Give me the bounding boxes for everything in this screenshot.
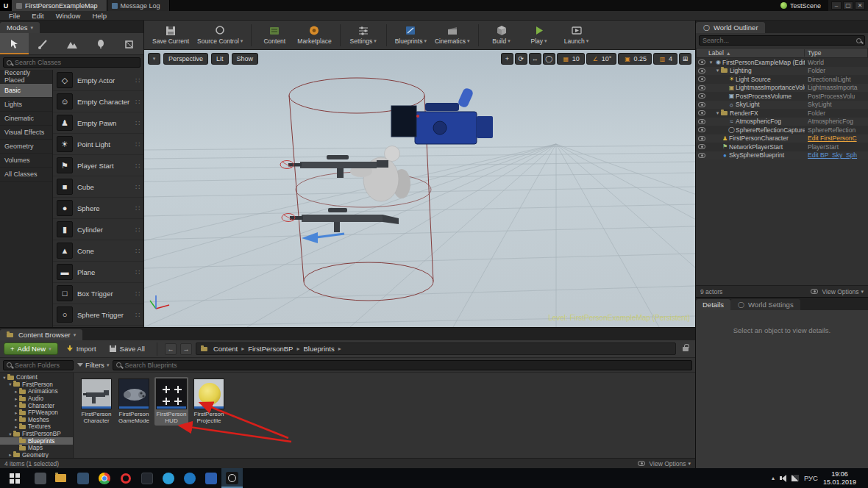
world-settings-tab[interactable]: ◯ World Settings [730, 299, 800, 310]
blueprints-button[interactable]: Blueprints▾ [391, 22, 430, 49]
place-item-box-trigger[interactable]: □Box Trigger∷ [53, 283, 143, 304]
place-item-sphere-trigger[interactable]: ○Sphere Trigger∷ [53, 304, 143, 326]
assets-search-box[interactable] [113, 360, 692, 370]
build-button[interactable]: Build▾ [483, 22, 520, 49]
place-item-sphere[interactable]: ●Sphere∷ [53, 198, 143, 219]
folders-search-input[interactable] [15, 362, 70, 369]
tree-item-textures[interactable]: ▸Textures [0, 423, 73, 431]
category-visual-effects[interactable]: Visual Effects [0, 126, 52, 140]
maximize-viewport-button[interactable]: ⊞ [679, 53, 691, 65]
category-lights[interactable]: Lights [0, 98, 52, 112]
outliner-row-skysphere-blueprint[interactable]: ●SkySphereBlueprintEdit BP_Sky_Sph [696, 151, 868, 160]
visibility-eye-icon[interactable] [698, 76, 705, 82]
visibility-eye-icon[interactable] [698, 119, 705, 124]
taskbar-app-telegram[interactable] [157, 468, 179, 488]
category-recently-placed[interactable]: Recently Placed [0, 70, 52, 84]
crumb-firstpersonbp[interactable]: FirstPersonBP [248, 345, 293, 353]
folders-search-box[interactable] [3, 360, 74, 370]
place-item-empty-character[interactable]: ☺Empty Character∷ [53, 91, 143, 112]
tree-item-firstperson[interactable]: ▾FirstPerson [0, 381, 73, 389]
taskbar-app-3[interactable] [136, 468, 157, 488]
visibility-eye-icon[interactable] [698, 110, 705, 115]
content-button[interactable]: Content [256, 22, 293, 49]
visibility-eye-icon[interactable] [698, 153, 705, 158]
taskbar-app-explorer[interactable] [51, 468, 72, 488]
outliner-row-lightmass-volume[interactable]: ▣LightmassImportanceVolumeLightmassImpor… [696, 84, 868, 93]
settings-button[interactable]: Settings▾ [345, 22, 382, 49]
column-label[interactable]: Label▲ [697, 49, 804, 57]
tree-item-audio[interactable]: ▸Audio [0, 395, 73, 403]
minimize-button[interactable]: – [831, 1, 842, 10]
tree-item-meshes[interactable]: ▸Meshes [0, 417, 73, 424]
show-flags-button[interactable]: Show [232, 53, 259, 65]
edit-blueprint-link[interactable]: Edit BP_Sky_Sph [805, 151, 868, 159]
scale-snap-button[interactable]: ▣0.25 [618, 53, 652, 65]
taskbar-app-2[interactable] [72, 468, 93, 488]
outliner-search-input[interactable] [702, 37, 853, 44]
save-current-button[interactable]: Save Current [149, 22, 193, 49]
tree-item-blueprints[interactable]: Blueprints [0, 437, 73, 445]
play-button[interactable]: Play▾ [521, 22, 558, 49]
visibility-eye-icon[interactable] [698, 136, 705, 141]
outliner-row-atmosphericfog[interactable]: ≈AtmosphericFogAtmosphericFog [696, 118, 868, 126]
taskbar-app-chrome[interactable] [93, 468, 115, 488]
asset-firstperson-hud[interactable]: FirstPerson HUD [154, 377, 188, 426]
outliner-row-lighting[interactable]: ▾LightingFolder [696, 67, 868, 76]
cinematics-button[interactable]: Cinematics▾ [431, 22, 474, 49]
outliner-row-reflection-capture[interactable]: ◯SphereReflectionCaptureSphereReflection [696, 126, 868, 134]
taskbar-app-unreal[interactable] [221, 468, 243, 488]
outliner-row-postprocess-volume[interactable]: ▣PostProcessVolumePostProcessVolu [696, 92, 868, 101]
visibility-eye-icon[interactable] [698, 102, 705, 107]
menu-window[interactable]: Window [50, 11, 87, 20]
asset-firstperson-character[interactable]: FirstPerson Character [79, 377, 113, 426]
mode-geometry-button[interactable] [115, 33, 143, 54]
camera-speed-button[interactable]: ▥4 [653, 53, 677, 65]
column-type[interactable]: Type [804, 49, 867, 57]
place-item-cube[interactable]: ■Cube∷ [53, 176, 143, 198]
grid-snap-button[interactable]: ▦10 [557, 53, 585, 65]
forward-button[interactable]: → [180, 343, 192, 355]
modes-tab[interactable]: Modes ▾ [0, 22, 40, 33]
place-item-cylinder[interactable]: ▮Cylinder∷ [53, 219, 143, 240]
place-item-plane[interactable]: ▬Plane∷ [53, 262, 143, 283]
volume-icon[interactable] [780, 475, 786, 482]
mode-place-button[interactable] [0, 33, 29, 54]
taskbar-app-4[interactable] [200, 468, 221, 488]
taskbar-app-1[interactable] [29, 468, 51, 488]
tree-item-content[interactable]: ▾Content [0, 374, 73, 381]
language-indicator[interactable]: РУС [804, 474, 818, 482]
place-item-empty-pawn[interactable]: ♟Empty Pawn∷ [53, 112, 143, 134]
visibility-eye-icon[interactable] [698, 85, 705, 90]
mode-paint-button[interactable] [29, 33, 57, 54]
marketplace-button[interactable]: Marketplace [294, 22, 335, 49]
outliner-view-options-button[interactable]: View Options ▾ [808, 288, 864, 295]
outliner-row-network-playerstart[interactable]: ⚑NetworkPlayerStartPlayerStart [696, 143, 868, 151]
launch-button[interactable]: Launch▾ [558, 22, 595, 49]
save-all-button[interactable]: Save All [104, 342, 149, 355]
close-button[interactable]: ✕ [855, 1, 865, 10]
tree-item-maps[interactable]: Maps [0, 445, 73, 452]
place-item-empty-actor[interactable]: ◇Empty Actor∷ [53, 70, 143, 91]
filters-button[interactable]: Filters ▾ [77, 361, 109, 369]
lock-icon[interactable] [683, 347, 689, 351]
mode-foliage-button[interactable] [86, 33, 115, 54]
menu-help[interactable]: Help [86, 11, 113, 20]
category-all-classes[interactable]: All Classes [0, 168, 52, 182]
tree-item-animations[interactable]: ▸Animations [0, 388, 73, 395]
back-button[interactable]: ← [165, 343, 177, 355]
outliner-row-renderfx[interactable]: ▾RenderFXFolder [696, 109, 868, 118]
visibility-eye-icon[interactable] [698, 93, 705, 98]
details-tab[interactable]: Details [696, 299, 730, 310]
visibility-eye-icon[interactable] [698, 68, 705, 73]
window-tab-map[interactable]: FirstPersonExampleMap [12, 0, 107, 11]
viewport-options-button[interactable]: ▾ [148, 53, 160, 65]
taskbar-app-edge[interactable] [179, 468, 200, 488]
edit-blueprint-link[interactable]: Edit FirstPersonC [805, 134, 868, 142]
visibility-eye-icon[interactable] [698, 144, 705, 149]
modes-search-input[interactable] [15, 59, 137, 66]
modes-search-box[interactable] [3, 57, 140, 68]
world-outliner-tab[interactable]: ◯ World Outliner [696, 22, 765, 33]
viewport-3d[interactable]: Level: FirstPersonExampleMap (Persistent… [144, 50, 695, 327]
scale-tool-button[interactable]: ↔ [529, 53, 541, 65]
category-volumes[interactable]: Volumes [0, 154, 52, 168]
